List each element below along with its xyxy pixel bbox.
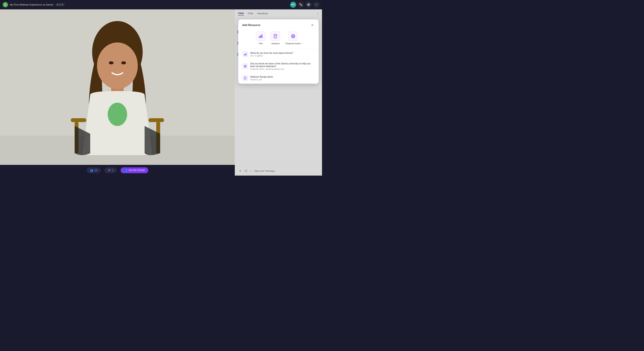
- resource-poll-icon: [242, 51, 248, 57]
- modal-title: Add Resource: [242, 24, 260, 27]
- svg-point-4: [97, 42, 138, 89]
- resource-type-featured-action[interactable]: Featured Action: [286, 32, 301, 45]
- screen-count: 2: [112, 169, 113, 172]
- resource-handout-title: Webinar Recipe Book: [250, 76, 314, 78]
- modal-header: Add Resource ✕: [238, 20, 319, 30]
- resource-handout-info: Webinar Recipe Book Handout, pdf: [250, 76, 314, 81]
- screen-icon: 🖥: [108, 169, 110, 172]
- live-indicator: [57, 4, 58, 5]
- resource-item-featured[interactable]: Did you know we have a free Demio univer…: [238, 60, 319, 73]
- add-resource-modal: Add Resource ✕ Po: [238, 20, 319, 84]
- topbar-right: WY ✏️ ⚙️ ↪: [290, 2, 319, 8]
- svg-point-6: [121, 61, 126, 64]
- resource-item-poll[interactable]: What do you love the most about Demio? P…: [238, 49, 319, 60]
- webinar-title: My First Webinar Experience on Demio: [10, 3, 54, 6]
- bottom-control-bar: 👥 19 🖥 2 👥 GO ON STAGE: [0, 165, 235, 176]
- participants-button[interactable]: 👥 19: [86, 167, 100, 173]
- resource-featured-title: Did you know we have a free Demio univer…: [250, 62, 314, 68]
- topbar: D My First Webinar Experience on Demio 0…: [0, 0, 322, 10]
- resource-featured-subtitle: Featured Action, university.demio.com: [250, 68, 314, 70]
- modal-close-button[interactable]: ✕: [310, 23, 314, 28]
- svg-rect-22: [244, 54, 244, 56]
- presenter-video: [0, 10, 235, 165]
- edit-button[interactable]: ✏️: [298, 2, 304, 8]
- stage-icon: 👥: [124, 169, 127, 172]
- svg-rect-12: [259, 36, 260, 38]
- svg-rect-14: [262, 34, 262, 38]
- handout-type-label: Handout: [271, 42, 280, 45]
- featured-action-type-label: Featured Action: [286, 42, 301, 45]
- poll-type-icon: [256, 32, 265, 41]
- svg-rect-15: [274, 34, 277, 38]
- svg-rect-8: [71, 118, 86, 122]
- resource-featured-info: Did you know we have a free Demio univer…: [250, 62, 314, 70]
- resource-type-poll[interactable]: Poll: [256, 32, 265, 45]
- resource-handout-icon: [242, 75, 248, 81]
- settings-button[interactable]: ⚙️: [306, 2, 312, 8]
- main-content: 👥 19 🖥 2 👥 GO ON STAGE Chat Polls Handou…: [0, 10, 322, 176]
- participants-icon: 👥: [90, 169, 93, 172]
- exit-button[interactable]: ↪: [313, 2, 319, 8]
- handout-type-icon: [271, 32, 280, 41]
- featured-action-type-icon: [288, 32, 298, 41]
- right-panel: Chat Polls Handouts ↗ Public ▾ All ? @ A…: [235, 10, 322, 176]
- go-on-stage-button[interactable]: 👥 GO ON STAGE: [120, 167, 148, 173]
- webinar-timer: 0:33: [55, 3, 65, 6]
- resource-poll-title: What do you love the most about Demio?: [250, 52, 314, 54]
- resource-poll-subtitle: Poll, 4 options: [250, 55, 314, 57]
- participants-count: 19: [94, 169, 97, 172]
- app-logo: D: [3, 2, 8, 8]
- screen-share-button[interactable]: 🖥 2: [104, 167, 116, 173]
- resource-featured-icon: [242, 63, 248, 69]
- svg-point-27: [245, 66, 246, 66]
- resource-types: Poll Handout: [238, 30, 319, 49]
- resource-type-handout[interactable]: Handout: [271, 32, 280, 45]
- svg-rect-13: [260, 35, 261, 38]
- svg-point-7: [108, 103, 127, 126]
- svg-rect-23: [245, 54, 246, 56]
- video-area: 👥 19 🖥 2 👥 GO ON STAGE: [0, 10, 235, 176]
- video-container: [0, 10, 235, 165]
- modal-overlay: Add Resource ✕ Po: [235, 10, 322, 176]
- poll-type-label: Poll: [259, 42, 263, 45]
- topbar-left: D My First Webinar Experience on Demio 0…: [3, 2, 65, 8]
- resource-list: What do you love the most about Demio? P…: [238, 49, 319, 84]
- avatar: WY: [290, 2, 296, 8]
- svg-rect-9: [148, 118, 164, 122]
- resource-item-handout[interactable]: Webinar Recipe Book Handout, pdf: [238, 73, 319, 84]
- svg-point-5: [109, 61, 114, 64]
- svg-point-21: [293, 36, 294, 37]
- resource-poll-info: What do you love the most about Demio? P…: [250, 52, 314, 57]
- svg-rect-28: [244, 77, 246, 80]
- resource-handout-subtitle: Handout, pdf: [250, 78, 314, 81]
- svg-rect-24: [246, 53, 246, 56]
